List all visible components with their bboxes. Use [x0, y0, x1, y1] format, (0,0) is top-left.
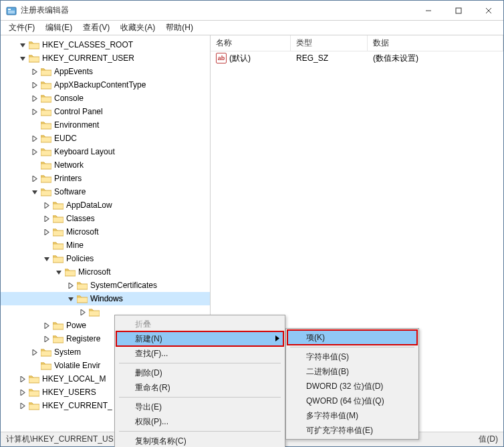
- expand-closed-icon[interactable]: [66, 281, 76, 290]
- menu-edit[interactable]: 编辑(E): [40, 21, 78, 35]
- tree-item[interactable]: Software: [1, 185, 210, 198]
- column-header-data[interactable]: 数据: [368, 35, 503, 51]
- folder-icon: [53, 200, 64, 210]
- minimize-button[interactable]: [413, 1, 443, 20]
- ctx-new-expandstring[interactable]: 可扩充字符串值(E): [287, 423, 417, 438]
- tree-item[interactable]: Windows: [1, 292, 210, 305]
- expand-closed-icon[interactable]: [30, 347, 39, 357]
- expand-closed-icon[interactable]: [18, 374, 27, 384]
- expand-open-icon[interactable]: [18, 53, 27, 63]
- expand-closed-icon[interactable]: [18, 401, 27, 410]
- expand-closed-icon[interactable]: [30, 107, 39, 116]
- ctx-new-string[interactable]: 字符串值(S): [287, 349, 417, 364]
- tree-item[interactable]: AppXBackupContentType: [1, 78, 210, 92]
- window: 注册表编辑器 文件(F) 编辑(E) 查看(V) 收藏夹(A) 帮助(H) HK…: [0, 0, 504, 447]
- tree-item[interactable]: SystemCertificates: [1, 279, 210, 292]
- ctx-find[interactable]: 查找(F)...: [116, 346, 283, 361]
- expand-open-icon[interactable]: [18, 40, 27, 49]
- tree-item[interactable]: Policies: [1, 252, 210, 265]
- expand-closed-icon[interactable]: [30, 134, 39, 143]
- tree-item-label: AppDataLow: [66, 200, 112, 210]
- status-path: 计算机\HKEY_CURRENT_US: [6, 434, 114, 445]
- expand-open-icon[interactable]: [54, 267, 64, 277]
- tree-item[interactable]: AppDataLow: [1, 198, 210, 212]
- expand-closed-icon[interactable]: [30, 80, 39, 90]
- ctx-permissions[interactable]: 权限(P)...: [116, 414, 283, 429]
- value-name: (默认): [229, 53, 251, 64]
- tree-item[interactable]: Keyboard Layout: [1, 145, 210, 158]
- tree-item-label: HKEY_LOCAL_M: [42, 374, 106, 384]
- folder-icon: [41, 134, 51, 143]
- menu-view[interactable]: 查看(V): [78, 21, 115, 35]
- ctx-new[interactable]: 新建(N): [116, 331, 283, 346]
- tree-item[interactable]: EUDC: [1, 132, 210, 145]
- list-row[interactable]: ab (默认) REG_SZ (数值未设置): [211, 51, 503, 65]
- folder-icon: [41, 147, 51, 156]
- folder-icon: [41, 160, 51, 170]
- ctx-separator: [290, 347, 414, 347]
- tree-item-label: Microsoft: [78, 267, 111, 277]
- svg-rect-5: [456, 8, 461, 13]
- ctx-rename[interactable]: 重命名(R): [116, 380, 283, 395]
- tree-item[interactable]: AppEvents: [1, 65, 210, 78]
- tree-item[interactable]: Console: [1, 92, 210, 105]
- tree-item[interactable]: Mine: [1, 239, 210, 252]
- tree-item-label: HKEY_CURRENT_: [42, 401, 112, 410]
- folder-icon: [29, 401, 39, 410]
- tree-item-label: Network: [54, 160, 84, 170]
- folder-icon: [41, 67, 51, 76]
- folder-icon: [41, 94, 51, 103]
- folder-icon: [29, 388, 39, 397]
- expand-none-icon: [30, 160, 39, 170]
- expand-closed-icon[interactable]: [42, 227, 51, 237]
- column-header-type[interactable]: 类型: [291, 35, 368, 51]
- tree-item[interactable]: Microsoft: [1, 265, 210, 279]
- tree-item[interactable]: Network: [1, 158, 210, 172]
- tree-item-label: Environment: [54, 120, 99, 130]
- expand-open-icon[interactable]: [66, 294, 76, 303]
- tree-item-label: Console: [54, 94, 84, 103]
- expand-open-icon[interactable]: [30, 187, 39, 196]
- ctx-export[interactable]: 导出(E): [116, 400, 283, 414]
- cell-type: REG_SZ: [291, 53, 368, 63]
- tree-item[interactable]: HKEY_CLASSES_ROOT: [1, 38, 210, 51]
- expand-closed-icon[interactable]: [42, 214, 51, 223]
- ctx-delete[interactable]: 删除(D): [116, 365, 283, 380]
- tree-item-label: HKEY_CLASSES_ROOT: [42, 40, 133, 49]
- expand-closed-icon[interactable]: [30, 174, 39, 183]
- tree-item[interactable]: Classes: [1, 212, 210, 225]
- tree-item-label: Keyboard Layout: [54, 147, 115, 156]
- expand-closed-icon[interactable]: [42, 334, 51, 343]
- expand-closed-icon[interactable]: [30, 94, 39, 103]
- expand-open-icon[interactable]: [42, 254, 51, 263]
- expand-closed-icon[interactable]: [18, 388, 27, 397]
- ctx-new-multistring[interactable]: 多字符串值(M): [287, 408, 417, 423]
- ctx-separator: [119, 363, 281, 363]
- expand-closed-icon[interactable]: [30, 147, 39, 156]
- expand-closed-icon[interactable]: [30, 67, 39, 76]
- menu-favorites[interactable]: 收藏夹(A): [115, 21, 160, 35]
- string-value-icon: ab: [216, 53, 227, 63]
- tree-item[interactable]: HKEY_CURRENT_USER: [1, 51, 210, 65]
- close-button[interactable]: [473, 1, 503, 20]
- ctx-new-key[interactable]: 项(K): [287, 330, 417, 345]
- maximize-button[interactable]: [443, 1, 473, 20]
- menu-file[interactable]: 文件(F): [3, 21, 40, 35]
- tree-item[interactable]: Printers: [1, 172, 210, 185]
- ctx-separator: [119, 397, 281, 398]
- expand-closed-icon[interactable]: [42, 200, 51, 210]
- folder-icon: [41, 120, 51, 130]
- ctx-copy-key-name[interactable]: 复制项名称(C): [116, 434, 283, 447]
- ctx-new-dword[interactable]: DWORD (32 位)值(D): [287, 379, 417, 394]
- folder-icon: [53, 214, 64, 223]
- menu-help[interactable]: 帮助(H): [160, 21, 199, 35]
- expand-closed-icon[interactable]: [78, 307, 88, 317]
- tree-item[interactable]: Control Panel: [1, 105, 210, 118]
- tree-item[interactable]: Environment: [1, 118, 210, 132]
- ctx-new-qword[interactable]: QWORD (64 位)值(Q): [287, 394, 417, 408]
- column-header-name[interactable]: 名称: [211, 35, 291, 51]
- tree-item[interactable]: Microsoft: [1, 225, 210, 239]
- folder-icon: [41, 80, 51, 90]
- expand-closed-icon[interactable]: [42, 321, 51, 330]
- ctx-new-binary[interactable]: 二进制值(B): [287, 364, 417, 379]
